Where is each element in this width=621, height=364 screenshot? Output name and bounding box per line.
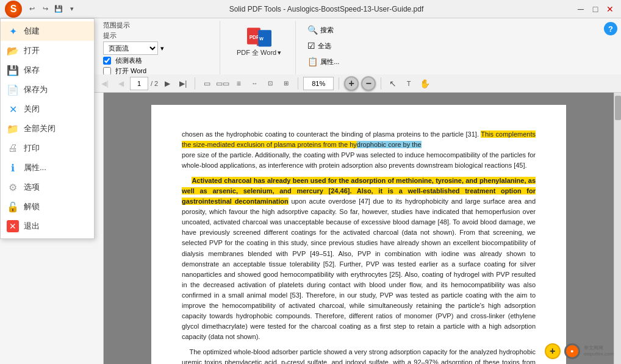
save-quick-button[interactable]: 💾 [52, 3, 65, 15]
last-page-button[interactable]: ▶| [176, 77, 190, 90]
menu-properties[interactable]: ℹ 属性... [1, 158, 94, 177]
close-button[interactable]: ✕ [604, 3, 616, 15]
pdf-word-label: PDF 全 Word ▾ [237, 48, 281, 57]
page-separator: / 2 [151, 80, 158, 87]
qat-dropdown-button[interactable]: ▾ [66, 3, 78, 15]
open-icon: 📂 [7, 45, 19, 57]
titlebar-left: S ↩ ↪ 💾 ▾ [5, 1, 78, 18]
menu-exit-label: 退出 [24, 221, 40, 232]
menu-print-label: 打印 [24, 143, 40, 154]
watermark-text: 单文网网 daipufilm.com [584, 345, 614, 358]
window-title: Solid PDF Tools - Auslogics-BoostSpeed-1… [78, 5, 575, 13]
pdf-paragraph-3: The optimized whole-blood adsorber parti… [182, 347, 536, 364]
quick-access-toolbar: ↩ ↪ 💾 ▾ [26, 3, 78, 15]
svg-text:W: W [259, 36, 264, 41]
dropdown-arrow-icon: ▾ [160, 45, 164, 52]
nav-separator-4 [381, 77, 381, 90]
properties-ribbon-icon: 📋 [307, 57, 318, 66]
prev-page-button[interactable]: ◀ [114, 77, 127, 90]
menu-options[interactable]: ⚙ 选项 [1, 177, 94, 197]
detect-table-row: 侦测表格 [103, 56, 193, 65]
search-label: 搜索 [320, 26, 334, 35]
brand-logo: ● [566, 345, 578, 357]
select-all-icon: ☑ [307, 41, 315, 51]
continuous-button[interactable]: ≡ [232, 77, 245, 90]
unlock-icon: 🔓 [7, 201, 19, 213]
fit-page-button[interactable]: ⊡ [264, 77, 277, 90]
text-select-button[interactable]: T [402, 77, 415, 90]
text-normal-3: upon acute overdose [47] due to its hydr… [182, 198, 536, 340]
nav-separator-3 [339, 77, 339, 90]
menu-unlock-label: 解锁 [24, 201, 40, 212]
single-page-button[interactable]: ▭ [200, 77, 214, 90]
text-normal-1: chosen as the hydrophobic coating to cou… [182, 130, 481, 138]
cursor-tool-button[interactable]: ↖ [386, 77, 400, 90]
zoom-display: 81% [303, 77, 334, 90]
brand-circle: ● [564, 343, 580, 359]
redo-button[interactable]: ↪ [39, 3, 51, 15]
hint-row: 提示 [103, 31, 193, 40]
menu-save[interactable]: 💾 保存 [1, 60, 94, 80]
search-icon: 🔍 [307, 25, 318, 35]
menu-unlock[interactable]: 🔓 解锁 [1, 197, 94, 216]
print-icon: 🖨 [7, 142, 19, 154]
nav-separator-2 [298, 77, 298, 90]
pdf-to-word-button[interactable]: PDF ▶ W PDF 全 Word ▾ [229, 23, 289, 60]
first-page-button[interactable]: ◀| [98, 77, 112, 90]
text-normal-4: The optimized whole-blood adsorber parti… [182, 348, 536, 364]
text-normal-2: pore size of the particle. Additionally,… [182, 151, 536, 169]
menu-open-label: 打开 [24, 45, 40, 56]
pdf-display-area[interactable]: chosen as the hydrophobic coating to cou… [104, 93, 614, 364]
detect-table-checkbox[interactable] [103, 57, 111, 65]
menu-open[interactable]: 📂 打开 [1, 41, 94, 60]
properties-icon: ℹ [7, 162, 19, 174]
pdf-text-content: chosen as the hydrophobic coating to cou… [182, 129, 536, 364]
options-icon: ⚙ [7, 181, 19, 193]
properties-ribbon-label: 属性... [320, 57, 339, 66]
menu-saveas-label: 保存为 [24, 84, 48, 95]
right-scrollbar[interactable] [614, 93, 621, 364]
search-button[interactable]: 🔍 搜索 [303, 23, 343, 37]
navigation-bar: ◀| ◀ / 2 ▶ ▶| ▭ ▭▭ ≡ ↔ ⊡ ⊞ 81% + − ↖ T ✋ [95, 74, 621, 93]
menu-closeall-label: 全部关闭 [24, 123, 56, 134]
text-highlight-blue-1: drophobic core by the [357, 141, 422, 148]
menu-closeall[interactable]: 📁 全部关闭 [1, 119, 94, 138]
pdf-word-icon: PDF ▶ W [247, 26, 271, 48]
saveas-icon: 📄 [7, 84, 19, 96]
help-button[interactable]: ? [604, 22, 617, 35]
pdf-paragraph-2: Activated charcoal has already been used… [182, 176, 536, 342]
close-menu-icon: ✕ [7, 103, 19, 115]
menu-close[interactable]: ✕ 关闭 [1, 99, 94, 119]
range-hint-label: 范围提示 [103, 21, 130, 30]
undo-button[interactable]: ↩ [26, 3, 38, 15]
save-icon: 💾 [7, 64, 19, 76]
pdf-page: chosen as the hydrophobic coating to cou… [151, 105, 566, 364]
properties-ribbon-button[interactable]: 📋 属性... [303, 55, 343, 68]
create-icon: ✦ [7, 25, 19, 37]
select-all-button[interactable]: ☑ 全选 [303, 39, 343, 52]
zoom-in-button[interactable]: + [344, 76, 359, 91]
menu-print[interactable]: 🖨 打印 [1, 138, 94, 158]
select-all-label: 全选 [318, 41, 331, 51]
next-page-button[interactable]: ▶ [160, 77, 174, 90]
thumbnail-button[interactable]: ⊞ [279, 77, 293, 90]
nav-separator [195, 77, 195, 90]
page-flow-select[interactable]: 页面流 [103, 41, 158, 55]
file-menu: ✦ 创建 📂 打开 💾 保存 📄 保存为 ✕ 关闭 📁 全部关闭 🖨 打印 ℹ … [0, 18, 95, 239]
bottom-right-area: + ● 单文网网 daipufilm.com [545, 343, 614, 359]
pan-button[interactable]: ✋ [418, 77, 431, 90]
facing-pages-button[interactable]: ▭▭ [216, 77, 229, 90]
closeall-icon: 📁 [7, 123, 19, 135]
fit-width-button[interactable]: ↔ [248, 77, 261, 90]
menu-properties-label: 属性... [24, 162, 46, 173]
zoom-in-circle-button[interactable]: + [545, 343, 561, 359]
menu-saveas[interactable]: 📄 保存为 [1, 80, 94, 99]
page-number-input[interactable] [130, 77, 148, 90]
zoom-out-button[interactable]: − [361, 76, 376, 91]
scroll-thumb[interactable] [615, 96, 621, 120]
menu-create[interactable]: ✦ 创建 [1, 21, 94, 41]
menu-exit[interactable]: ✕ 退出 [1, 216, 94, 236]
minimize-button[interactable]: ─ [575, 3, 587, 15]
menu-save-label: 保存 [24, 65, 40, 76]
maximize-button[interactable]: □ [589, 3, 601, 15]
